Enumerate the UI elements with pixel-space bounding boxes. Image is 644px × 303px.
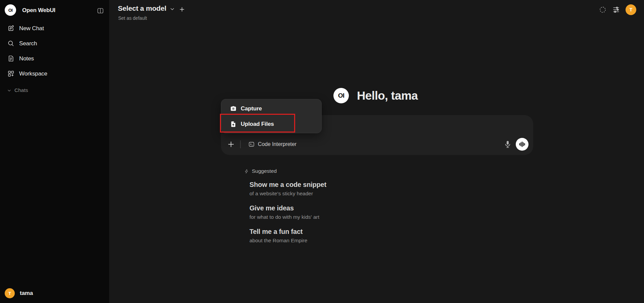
plus-icon [227, 140, 235, 148]
waveform-icon [518, 141, 526, 148]
suggested-label: Suggested [252, 168, 277, 174]
code-interpreter-toggle[interactable]: Code Interpreter [248, 141, 296, 148]
app-title: Open WebUI [22, 7, 55, 14]
settings-controls-button[interactable] [612, 4, 620, 15]
menu-item-capture[interactable]: Capture [221, 101, 321, 116]
set-as-default-link[interactable]: Set as default [118, 15, 147, 21]
sidebar-item-workspace[interactable]: Workspace [0, 66, 109, 81]
voice-mode-button[interactable] [516, 138, 528, 151]
chevron-down-icon [7, 88, 11, 93]
microphone-icon [504, 140, 512, 149]
sidebar-nav: New Chat Search [0, 21, 109, 81]
chats-section-label: Chats [14, 87, 28, 93]
menu-item-label: Capture [241, 105, 262, 112]
sliders-icon [612, 6, 620, 14]
suggested-prompt-subtitle: of a website's sticky header [249, 190, 438, 197]
suggested-prompt[interactable]: Give me ideas for what to do with my kid… [249, 203, 438, 221]
open-webui-app: OI Open WebUI New Chat [0, 0, 644, 303]
attach-button[interactable] [227, 140, 235, 148]
user-avatar-button[interactable]: T [626, 4, 636, 15]
sidebar-user-menu[interactable]: T tama [0, 287, 109, 299]
greeting: OI Hello, tama [333, 88, 418, 103]
code-interpreter-label: Code Interpreter [258, 141, 296, 147]
sidebar-item-notes[interactable]: Notes [0, 51, 109, 66]
app-logo: OI [333, 88, 349, 103]
pencil-square-icon [7, 25, 14, 32]
app-logo: OI [5, 4, 16, 16]
sidebar-item-label: Notes [19, 55, 34, 62]
suggested-prompt[interactable]: Show me a code snippet of a website's st… [249, 180, 438, 197]
sidebar-header: OI Open WebUI [0, 4, 109, 17]
dashed-circle-icon [599, 6, 606, 13]
model-selector-label: Select a model [118, 4, 166, 12]
chevron-down-icon [170, 6, 175, 12]
temporary-chat-button[interactable] [599, 4, 606, 15]
sidebar: OI Open WebUI New Chat [0, 0, 109, 303]
suggested-prompt[interactable]: Tell me a fun fact about the Roman Empir… [249, 227, 438, 244]
suggested-prompt-title: Tell me a fun fact [249, 227, 438, 236]
add-model-button[interactable] [179, 6, 186, 13]
user-name: tama [20, 290, 33, 297]
greeting-text: Hello, tama [357, 89, 418, 102]
composer-toolbar: Code Interpreter [227, 137, 528, 151]
search-icon [7, 40, 14, 47]
header-controls: T [599, 4, 636, 15]
bolt-icon [244, 169, 249, 174]
menu-item-label: Upload Files [241, 121, 274, 128]
dictate-button[interactable] [504, 140, 512, 149]
plus-icon [179, 6, 186, 13]
model-selector-button[interactable]: Select a model [118, 4, 175, 12]
terminal-icon [248, 141, 255, 148]
attach-menu: Capture Upload Files [221, 99, 322, 133]
suggested-header: Suggested [244, 168, 277, 174]
toolbar-divider [240, 140, 241, 148]
sidebar-item-new-chat[interactable]: New Chat [0, 21, 109, 36]
suggested-prompt-subtitle: for what to do with my kids' art [249, 213, 438, 221]
sidebar-toggle-button[interactable] [95, 6, 105, 16]
sidebar-item-search[interactable]: Search [0, 36, 109, 51]
sidebar-item-label: New Chat [19, 25, 44, 32]
suggested-prompt-title: Show me a code snippet [249, 180, 438, 189]
squares-plus-icon [7, 70, 14, 77]
menu-item-upload-files[interactable]: Upload Files [221, 116, 321, 132]
sidebar-item-label: Search [19, 40, 37, 47]
sidebar-toggle-icon [97, 7, 104, 14]
document-icon [7, 55, 14, 62]
suggested-prompt-subtitle: about the Roman Empire [249, 237, 438, 244]
sidebar-item-label: Workspace [19, 70, 47, 77]
sidebar-section-chats[interactable]: Chats [0, 85, 109, 96]
camera-icon [230, 105, 237, 112]
user-avatar: T [5, 288, 15, 298]
suggested-prompt-title: Give me ideas [249, 203, 438, 213]
file-upload-icon [230, 121, 237, 128]
